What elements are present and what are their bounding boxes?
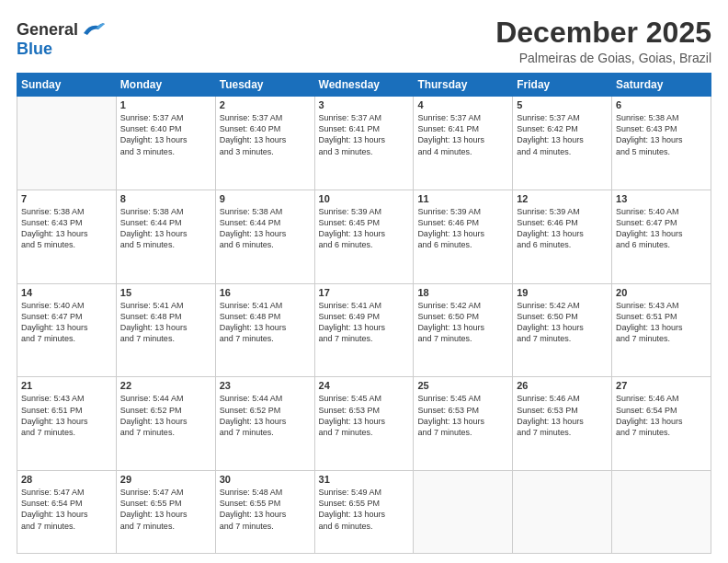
table-row: 19Sunrise: 5:42 AMSunset: 6:50 PMDayligh… xyxy=(513,283,612,377)
table-row: 2Sunrise: 5:37 AMSunset: 6:40 PMDaylight… xyxy=(215,97,314,190)
day-info: Sunrise: 5:38 AMSunset: 6:44 PMDaylight:… xyxy=(220,206,311,251)
day-number: 30 xyxy=(220,474,311,485)
table-row: 31Sunrise: 5:49 AMSunset: 6:55 PMDayligh… xyxy=(314,471,414,554)
day-number: 24 xyxy=(319,380,410,391)
sub-title: Palmeiras de Goias, Goias, Brazil xyxy=(495,51,711,65)
main-title: December 2025 xyxy=(495,17,711,49)
day-info: Sunrise: 5:44 AMSunset: 6:52 PMDaylight:… xyxy=(220,393,311,438)
logo: General Blue xyxy=(17,20,106,59)
table-row: 4Sunrise: 5:37 AMSunset: 6:41 PMDaylight… xyxy=(414,97,513,190)
day-number: 16 xyxy=(220,287,311,298)
table-row: 6Sunrise: 5:38 AMSunset: 6:43 PMDaylight… xyxy=(612,97,711,190)
day-number: 20 xyxy=(616,287,707,298)
day-info: Sunrise: 5:44 AMSunset: 6:52 PMDaylight:… xyxy=(120,393,211,438)
day-info: Sunrise: 5:38 AMSunset: 6:43 PMDaylight:… xyxy=(616,112,707,157)
day-info: Sunrise: 5:49 AMSunset: 6:55 PMDaylight:… xyxy=(319,487,410,532)
header-thursday: Thursday xyxy=(414,74,513,97)
table-row: 28Sunrise: 5:47 AMSunset: 6:54 PMDayligh… xyxy=(17,471,117,554)
table-row: 26Sunrise: 5:46 AMSunset: 6:53 PMDayligh… xyxy=(513,377,612,471)
header-sunday: Sunday xyxy=(17,74,117,97)
day-info: Sunrise: 5:37 AMSunset: 6:40 PMDaylight:… xyxy=(120,112,211,157)
table-row: 3Sunrise: 5:37 AMSunset: 6:41 PMDaylight… xyxy=(314,97,414,190)
table-row: 7Sunrise: 5:38 AMSunset: 6:43 PMDaylight… xyxy=(17,190,117,283)
table-row: 8Sunrise: 5:38 AMSunset: 6:44 PMDaylight… xyxy=(116,190,215,283)
calendar-header-row: Sunday Monday Tuesday Wednesday Thursday… xyxy=(17,74,711,97)
table-row: 25Sunrise: 5:45 AMSunset: 6:53 PMDayligh… xyxy=(414,377,513,471)
day-number: 7 xyxy=(21,193,112,204)
day-number: 12 xyxy=(517,193,608,204)
table-row: 13Sunrise: 5:40 AMSunset: 6:47 PMDayligh… xyxy=(612,190,711,283)
day-info: Sunrise: 5:37 AMSunset: 6:41 PMDaylight:… xyxy=(319,112,410,157)
header-friday: Friday xyxy=(513,74,612,97)
table-row: 20Sunrise: 5:43 AMSunset: 6:51 PMDayligh… xyxy=(612,283,711,377)
day-info: Sunrise: 5:46 AMSunset: 6:53 PMDaylight:… xyxy=(517,393,608,438)
day-info: Sunrise: 5:43 AMSunset: 6:51 PMDaylight:… xyxy=(616,300,707,345)
table-row xyxy=(513,471,612,554)
day-number: 1 xyxy=(120,99,211,110)
day-info: Sunrise: 5:39 AMSunset: 6:46 PMDaylight:… xyxy=(417,206,508,251)
table-row: 14Sunrise: 5:40 AMSunset: 6:47 PMDayligh… xyxy=(17,283,117,377)
day-number: 2 xyxy=(220,99,311,110)
table-row: 30Sunrise: 5:48 AMSunset: 6:55 PMDayligh… xyxy=(215,471,314,554)
header: General Blue December 2025 Palmeiras de … xyxy=(17,17,711,65)
day-info: Sunrise: 5:42 AMSunset: 6:50 PMDaylight:… xyxy=(517,300,608,345)
table-row: 22Sunrise: 5:44 AMSunset: 6:52 PMDayligh… xyxy=(116,377,215,471)
table-row: 15Sunrise: 5:41 AMSunset: 6:48 PMDayligh… xyxy=(116,283,215,377)
header-saturday: Saturday xyxy=(612,74,711,97)
header-monday: Monday xyxy=(116,74,215,97)
table-row: 9Sunrise: 5:38 AMSunset: 6:44 PMDaylight… xyxy=(215,190,314,283)
day-info: Sunrise: 5:42 AMSunset: 6:50 PMDaylight:… xyxy=(417,300,508,345)
logo-text-general: General xyxy=(17,21,78,40)
day-number: 23 xyxy=(220,380,311,391)
day-info: Sunrise: 5:38 AMSunset: 6:44 PMDaylight:… xyxy=(120,206,211,251)
day-info: Sunrise: 5:45 AMSunset: 6:53 PMDaylight:… xyxy=(319,393,410,438)
day-number: 22 xyxy=(120,380,211,391)
day-number: 14 xyxy=(21,287,112,298)
day-number: 8 xyxy=(120,193,211,204)
day-info: Sunrise: 5:40 AMSunset: 6:47 PMDaylight:… xyxy=(616,206,707,251)
table-row: 17Sunrise: 5:41 AMSunset: 6:49 PMDayligh… xyxy=(314,283,414,377)
day-info: Sunrise: 5:47 AMSunset: 6:54 PMDaylight:… xyxy=(21,487,112,532)
day-info: Sunrise: 5:47 AMSunset: 6:55 PMDaylight:… xyxy=(120,487,211,532)
header-wednesday: Wednesday xyxy=(314,74,414,97)
logo-bird-icon xyxy=(80,20,106,40)
table-row: 18Sunrise: 5:42 AMSunset: 6:50 PMDayligh… xyxy=(414,283,513,377)
day-info: Sunrise: 5:43 AMSunset: 6:51 PMDaylight:… xyxy=(21,393,112,438)
day-info: Sunrise: 5:45 AMSunset: 6:53 PMDaylight:… xyxy=(417,393,508,438)
day-info: Sunrise: 5:37 AMSunset: 6:40 PMDaylight:… xyxy=(220,112,311,157)
table-row: 27Sunrise: 5:46 AMSunset: 6:54 PMDayligh… xyxy=(612,377,711,471)
day-number: 9 xyxy=(220,193,311,204)
day-info: Sunrise: 5:48 AMSunset: 6:55 PMDaylight:… xyxy=(220,487,311,532)
title-block: December 2025 Palmeiras de Goias, Goias,… xyxy=(495,17,711,65)
day-info: Sunrise: 5:39 AMSunset: 6:46 PMDaylight:… xyxy=(517,206,608,251)
day-info: Sunrise: 5:37 AMSunset: 6:41 PMDaylight:… xyxy=(417,112,508,157)
table-row xyxy=(612,471,711,554)
day-number: 26 xyxy=(517,380,608,391)
day-info: Sunrise: 5:46 AMSunset: 6:54 PMDaylight:… xyxy=(616,393,707,438)
table-row: 10Sunrise: 5:39 AMSunset: 6:45 PMDayligh… xyxy=(314,190,414,283)
table-row: 16Sunrise: 5:41 AMSunset: 6:48 PMDayligh… xyxy=(215,283,314,377)
page: General Blue December 2025 Palmeiras de … xyxy=(0,0,728,563)
day-number: 13 xyxy=(616,193,707,204)
day-number: 6 xyxy=(616,99,707,110)
calendar-table: Sunday Monday Tuesday Wednesday Thursday… xyxy=(17,73,711,554)
day-number: 18 xyxy=(417,287,508,298)
day-number: 29 xyxy=(120,474,211,485)
day-info: Sunrise: 5:41 AMSunset: 6:48 PMDaylight:… xyxy=(220,300,311,345)
day-number: 3 xyxy=(319,99,410,110)
day-number: 15 xyxy=(120,287,211,298)
day-info: Sunrise: 5:41 AMSunset: 6:48 PMDaylight:… xyxy=(120,300,211,345)
logo-text-blue: Blue xyxy=(17,40,52,59)
day-number: 28 xyxy=(21,474,112,485)
day-info: Sunrise: 5:38 AMSunset: 6:43 PMDaylight:… xyxy=(21,206,112,251)
day-number: 5 xyxy=(517,99,608,110)
table-row: 21Sunrise: 5:43 AMSunset: 6:51 PMDayligh… xyxy=(17,377,117,471)
day-number: 25 xyxy=(417,380,508,391)
day-number: 17 xyxy=(319,287,410,298)
day-info: Sunrise: 5:41 AMSunset: 6:49 PMDaylight:… xyxy=(319,300,410,345)
day-info: Sunrise: 5:37 AMSunset: 6:42 PMDaylight:… xyxy=(517,112,608,157)
day-number: 19 xyxy=(517,287,608,298)
table-row: 24Sunrise: 5:45 AMSunset: 6:53 PMDayligh… xyxy=(314,377,414,471)
day-number: 21 xyxy=(21,380,112,391)
table-row: 23Sunrise: 5:44 AMSunset: 6:52 PMDayligh… xyxy=(215,377,314,471)
